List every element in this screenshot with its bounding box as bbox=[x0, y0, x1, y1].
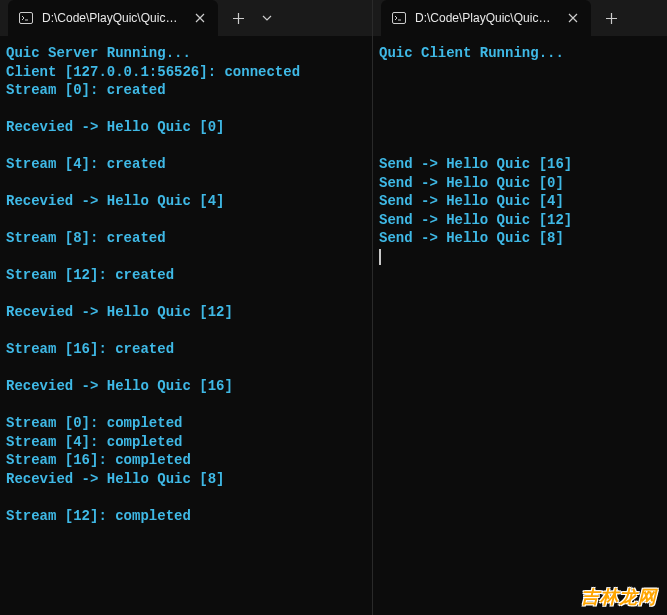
terminal-output-right[interactable]: Quic Client Running...Send -> Hello Quic… bbox=[373, 36, 667, 615]
terminal-line: Send -> Hello Quic [8] bbox=[379, 229, 661, 248]
terminal-line: Quic Server Running... bbox=[6, 44, 366, 63]
terminal-line: Recevied -> Hello Quic [12] bbox=[6, 303, 366, 322]
terminal-line: Recevied -> Hello Quic [16] bbox=[6, 377, 366, 396]
terminal-line: Send -> Hello Quic [16] bbox=[379, 155, 661, 174]
terminal-line: Recevied -> Hello Quic [4] bbox=[6, 192, 366, 211]
new-tab-button[interactable] bbox=[595, 2, 627, 34]
close-icon[interactable] bbox=[565, 10, 581, 26]
terminal-line: Stream [0]: completed bbox=[6, 414, 366, 433]
svg-rect-0 bbox=[20, 13, 33, 24]
terminal-pane-right: D:\Code\PlayQuic\QuicClient\ Quic Client… bbox=[373, 0, 667, 615]
tab-bar-left: D:\Code\PlayQuic\QuicServer bbox=[0, 0, 372, 36]
terminal-line: Send -> Hello Quic [0] bbox=[379, 174, 661, 193]
terminal-line: Stream [4]: created bbox=[6, 155, 366, 174]
terminal-line: Stream [12]: created bbox=[6, 266, 366, 285]
terminal-line: Stream [16]: created bbox=[6, 340, 366, 359]
terminal-icon bbox=[391, 10, 407, 26]
tab-client[interactable]: D:\Code\PlayQuic\QuicClient\ bbox=[381, 0, 591, 36]
terminal-line: Recevied -> Hello Quic [8] bbox=[6, 470, 366, 489]
terminal-line: Quic Client Running... bbox=[379, 44, 661, 63]
terminal-icon bbox=[18, 10, 34, 26]
watermark: 吉林龙网 bbox=[581, 585, 657, 609]
cursor bbox=[379, 249, 381, 265]
close-icon[interactable] bbox=[192, 10, 208, 26]
terminal-line: Client [127.0.0.1:56526]: connected bbox=[6, 63, 366, 82]
terminal-line: Stream [0]: created bbox=[6, 81, 366, 100]
terminal-line: Stream [16]: completed bbox=[6, 451, 366, 470]
terminal-line: Stream [4]: completed bbox=[6, 433, 366, 452]
new-tab-button[interactable] bbox=[222, 2, 254, 34]
svg-rect-2 bbox=[393, 13, 406, 24]
terminal-line: Send -> Hello Quic [4] bbox=[379, 192, 661, 211]
tab-server[interactable]: D:\Code\PlayQuic\QuicServer bbox=[8, 0, 218, 36]
terminal-line: Recevied -> Hello Quic [0] bbox=[6, 118, 366, 137]
tab-title: D:\Code\PlayQuic\QuicClient\ bbox=[415, 11, 557, 25]
terminal-line: Send -> Hello Quic [12] bbox=[379, 211, 661, 230]
terminal-output-left[interactable]: Quic Server Running...Client [127.0.0.1:… bbox=[0, 36, 372, 615]
terminal-pane-left: D:\Code\PlayQuic\QuicServer Quic Server … bbox=[0, 0, 373, 615]
tab-bar-right: D:\Code\PlayQuic\QuicClient\ bbox=[373, 0, 667, 36]
terminal-line: Stream [12]: completed bbox=[6, 507, 366, 526]
tab-title: D:\Code\PlayQuic\QuicServer bbox=[42, 11, 184, 25]
tab-dropdown-button[interactable] bbox=[254, 2, 280, 34]
terminal-line: Stream [8]: created bbox=[6, 229, 366, 248]
